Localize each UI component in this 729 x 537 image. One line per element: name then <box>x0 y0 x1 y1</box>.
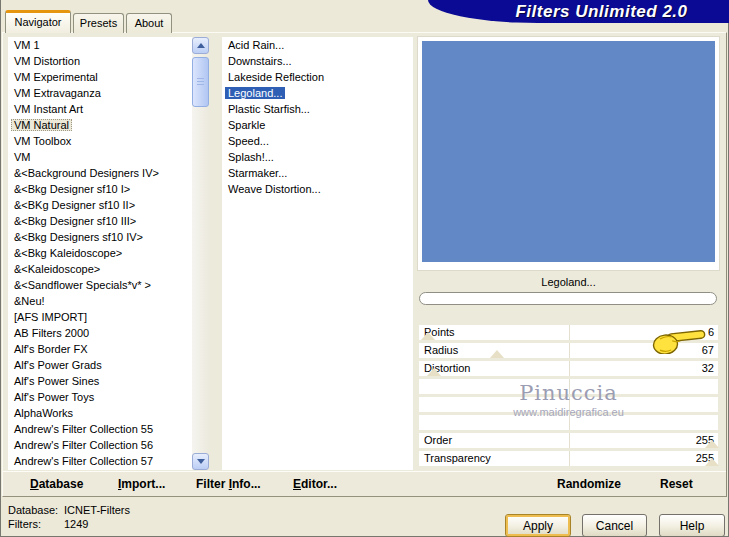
status-database: Database: ICNET-Filters <box>8 504 58 516</box>
list-item[interactable]: Weave Distortion... <box>222 181 413 197</box>
list-item[interactable]: &<Bkg Designers sf10 IV> <box>8 229 192 245</box>
list-item[interactable]: VM Experimental <box>8 69 192 85</box>
slider-thumb[interactable] <box>705 458 719 466</box>
list-item-label: Acid Rain... <box>225 39 287 51</box>
list-item[interactable]: Starmaker... <box>222 165 413 181</box>
list-item-label: VM 1 <box>11 39 43 51</box>
list-item[interactable]: &<BKg Designer sf10 II> <box>8 197 192 213</box>
list-item-label: Splash!... <box>225 151 277 163</box>
mnemonic-letter: E <box>293 477 301 491</box>
list-item[interactable]: VM <box>8 149 192 165</box>
scroll-up-button[interactable] <box>192 37 209 54</box>
slider-thumb[interactable] <box>421 332 435 340</box>
list-item-label: Plastic Starfish... <box>225 103 313 115</box>
tab-navigator[interactable]: Navigator <box>5 10 71 33</box>
list-item-label: Andrew's Filter Collection 56 <box>11 439 156 451</box>
slider-empty[interactable] <box>419 379 718 394</box>
filter-info-button[interactable]: Filter Info... <box>196 477 261 491</box>
list-item[interactable]: Lakeside Reflection <box>222 69 413 85</box>
scrollbar-thumb[interactable] <box>192 57 209 107</box>
list-item[interactable]: Andrew's Filter Collection 56 <box>8 437 192 453</box>
arrow-up-icon <box>197 43 205 48</box>
category-list-scrollbar[interactable] <box>192 37 209 470</box>
list-item[interactable]: Alf's Power Grads <box>8 357 192 373</box>
category-list[interactable]: VM 1VM DistortionVM ExperimentalVM Extra… <box>8 37 192 470</box>
slider-label: Radius <box>424 344 458 356</box>
list-item[interactable]: [AFS IMPORT] <box>8 309 192 325</box>
list-item[interactable]: Alf's Power Toys <box>8 389 192 405</box>
slider-thumb[interactable] <box>705 440 719 448</box>
bottom-toolbar: DatabaseImport...Filter Info...Editor...… <box>3 471 726 497</box>
pointing-hand-icon <box>652 324 708 354</box>
list-item[interactable]: Andrew's Filter Collection 55 <box>8 421 192 437</box>
label-part: nfo... <box>232 477 261 491</box>
list-item[interactable]: VM Distortion <box>8 53 192 69</box>
list-item[interactable]: VM Instant Art <box>8 101 192 117</box>
status-filters-label: Filters: <box>8 518 41 530</box>
list-item[interactable]: &<Kaleidoscope> <box>8 261 192 277</box>
list-item[interactable]: &<Bkg Designer sf10 III> <box>8 213 192 229</box>
label-part: atabase <box>39 477 84 491</box>
cancel-button[interactable]: Cancel <box>582 514 647 537</box>
scroll-down-button[interactable] <box>192 453 209 470</box>
preview-caption: Legoland... <box>418 276 719 288</box>
list-item[interactable]: Acid Rain... <box>222 37 413 53</box>
slider-thumb[interactable] <box>427 368 441 376</box>
list-item[interactable]: &<Background Designers IV> <box>8 165 192 181</box>
status-filters: Filters: 1249 <box>8 518 41 530</box>
list-item[interactable]: &<Bkg Designer sf10 I> <box>8 181 192 197</box>
list-item-label: Alf's Power Toys <box>11 391 97 403</box>
list-item[interactable]: VM Toolbox <box>8 133 192 149</box>
slider-value: 32 <box>702 362 714 374</box>
slider-order[interactable]: Order255 <box>419 433 718 448</box>
apply-button[interactable]: Apply <box>505 514 571 537</box>
help-button[interactable]: Help <box>659 514 725 537</box>
list-item-label: Alf's Border FX <box>11 343 91 355</box>
list-item[interactable]: AlphaWorks <box>8 405 192 421</box>
status-database-value: ICNET-Filters <box>64 504 130 516</box>
slider-transparency[interactable]: Transparency255 <box>419 451 718 466</box>
label-part: ditor... <box>301 477 337 491</box>
import-button[interactable]: Import... <box>118 477 165 491</box>
editor-button[interactable]: Editor... <box>293 477 337 491</box>
list-item[interactable]: Splash!... <box>222 149 413 165</box>
list-item-label: [AFS IMPORT] <box>11 311 90 323</box>
tab-navigator-label: Navigator <box>14 16 61 28</box>
list-item[interactable]: &<Sandflower Specials*v* > <box>8 277 192 293</box>
slider-empty[interactable] <box>419 397 718 412</box>
list-item[interactable]: VM Extravaganza <box>8 85 192 101</box>
list-item-label: &<Background Designers IV> <box>11 167 162 179</box>
list-item[interactable]: Sparkle <box>222 117 413 133</box>
tab-presets[interactable]: Presets <box>73 13 124 33</box>
list-item[interactable]: Alf's Power Sines <box>8 373 192 389</box>
slider-thumb[interactable] <box>490 350 504 358</box>
tab-about[interactable]: About <box>126 13 172 33</box>
list-item-label: &<Kaleidoscope> <box>11 263 103 275</box>
list-item-label: Alf's Power Grads <box>11 359 105 371</box>
reset-button[interactable]: Reset <box>660 477 693 491</box>
slider-empty[interactable] <box>419 415 718 430</box>
list-item[interactable]: Speed... <box>222 133 413 149</box>
list-item-label: Speed... <box>225 135 272 147</box>
list-item[interactable]: Legoland... <box>222 85 413 101</box>
progress-bar <box>419 292 717 305</box>
randomize-button[interactable]: Randomize <box>557 477 621 491</box>
list-item-label: Andrew's Filter Collection 55 <box>11 423 156 435</box>
list-item[interactable]: Andrew's Filter Collection 57 <box>8 453 192 469</box>
list-item[interactable]: VM 1 <box>8 37 192 53</box>
filter-list[interactable]: Acid Rain...Downstairs...Lakeside Reflec… <box>222 37 413 470</box>
list-item[interactable]: Downstairs... <box>222 53 413 69</box>
database-button[interactable]: Database <box>30 477 83 491</box>
list-item[interactable]: &Neu! <box>8 293 192 309</box>
slider-distortion[interactable]: Distortion32 <box>419 361 718 376</box>
filters-unlimited-dialog: Filters Unlimited 2.0 Navigator Presets … <box>0 0 729 537</box>
list-item[interactable]: &<Bkg Kaleidoscope> <box>8 245 192 261</box>
list-item[interactable]: Alf's Border FX <box>8 341 192 357</box>
list-item[interactable]: VM Natural <box>8 117 192 133</box>
list-item-label: Starmaker... <box>225 167 290 179</box>
list-item[interactable]: Plastic Starfish... <box>222 101 413 117</box>
list-item-label: VM Instant Art <box>11 103 86 115</box>
list-item[interactable]: AB Filters 2000 <box>8 325 192 341</box>
list-item-label: &<Bkg Kaleidoscope> <box>11 247 125 259</box>
list-item-label: AlphaWorks <box>11 407 76 419</box>
